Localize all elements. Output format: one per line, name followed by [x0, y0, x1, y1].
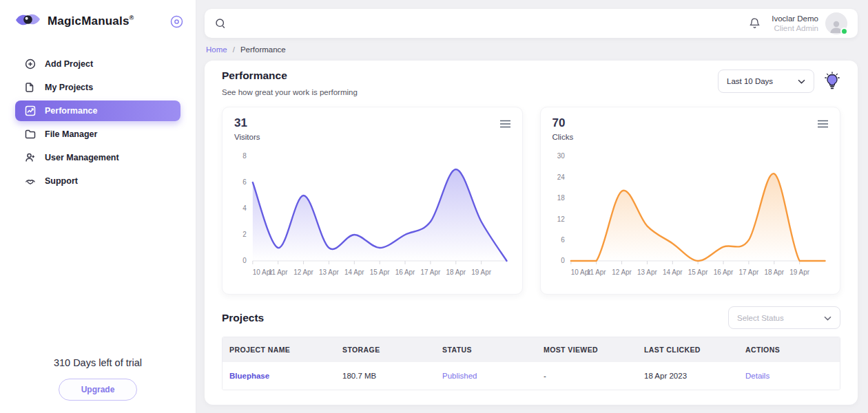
svg-text:15 Apr: 15 Apr [688, 268, 707, 276]
col-header-most-viewed: MOST VIEWED [537, 337, 637, 362]
visitors-chart-card: 31 Visitors 0246810 Apr11 Apr12 Apr13 Ap… [222, 107, 523, 295]
visitors-total: 31 [234, 116, 260, 130]
sidebar-item-file-manager[interactable]: File Manager [15, 124, 180, 145]
date-range-value: Last 10 Days [727, 77, 773, 85]
upgrade-button[interactable]: Upgrade [59, 379, 138, 401]
svg-text:30: 30 [557, 152, 564, 160]
col-header-project-name: PROJECT NAME [223, 337, 335, 362]
svg-text:18: 18 [557, 194, 564, 202]
breadcrumb-home-link[interactable]: Home [206, 45, 227, 54]
lightbulb-icon[interactable] [824, 72, 840, 91]
svg-text:12: 12 [557, 215, 564, 223]
plus-circle-icon [24, 59, 36, 70]
svg-text:14 Apr: 14 Apr [344, 268, 364, 276]
user-name: Ivoclar Demo [772, 14, 818, 23]
trial-countdown: 310 Days left of trial [0, 357, 196, 368]
clicks-chart: 061218243010 Apr11 Apr12 Apr13 Apr14 Apr… [552, 145, 829, 291]
topbar: Ivoclar Demo Client Admin [205, 9, 858, 38]
performance-card: Performance See how great your work is p… [205, 61, 858, 405]
trial-box: 310 Days left of trial Upgrade [0, 357, 196, 401]
chart-menu-icon[interactable] [818, 116, 828, 141]
chart-menu-icon[interactable] [500, 116, 510, 141]
svg-text:12 Apr: 12 Apr [293, 268, 313, 276]
svg-text:14 Apr: 14 Apr [662, 268, 682, 276]
svg-text:6: 6 [561, 236, 565, 244]
col-header-last-clicked: LAST CLICKED [637, 337, 738, 362]
user-plus-icon [24, 152, 36, 163]
main-content: Ivoclar Demo Client Admin Home / Perform… [196, 0, 868, 413]
clicks-total: 70 [552, 116, 574, 130]
svg-text:11 Apr: 11 Apr [269, 268, 289, 276]
svg-text:13 Apr: 13 Apr [319, 268, 339, 276]
sidebar-item-support[interactable]: Support [15, 171, 180, 191]
projects-table: PROJECT NAME STORAGE STATUS MOST VIEWED … [222, 337, 840, 390]
user-meta: Ivoclar Demo Client Admin [772, 14, 818, 34]
project-name-link[interactable]: Bluephase [223, 362, 335, 390]
search-icon[interactable] [215, 18, 227, 30]
chevron-down-icon [824, 314, 831, 322]
sidebar-nav: Add Project My Projects Performance File… [0, 54, 196, 191]
sidebar-collapse-icon[interactable] [170, 15, 183, 28]
svg-text:2: 2 [242, 231, 247, 238]
clicks-chart-card: 70 Clicks 061218243010 Apr11 Apr12 Apr13… [540, 107, 841, 295]
folder-icon [24, 129, 36, 139]
sidebar-item-label: File Manager [45, 129, 97, 139]
breadcrumb-separator: / [233, 45, 235, 54]
file-icon [24, 82, 36, 93]
user-role: Client Admin [772, 23, 818, 33]
sidebar-item-my-projects[interactable]: My Projects [15, 77, 180, 98]
avatar[interactable] [825, 12, 847, 34]
col-header-status: STATUS [435, 337, 537, 362]
svg-text:0: 0 [561, 257, 565, 264]
online-status-dot [840, 28, 848, 35]
sidebar-item-label: Add Project [45, 59, 93, 69]
status-filter-select[interactable]: Select Status [728, 306, 840, 329]
svg-text:18 Apr: 18 Apr [764, 268, 784, 276]
svg-text:18 Apr: 18 Apr [446, 268, 466, 276]
svg-text:16 Apr: 16 Apr [713, 268, 733, 276]
col-header-storage: STORAGE [335, 337, 435, 362]
svg-text:0: 0 [242, 257, 247, 264]
table-row: Bluephase 180.7 MB Published - 18 Apr 20… [223, 362, 840, 390]
visitors-chart: 0246810 Apr11 Apr12 Apr13 Apr14 Apr15 Ap… [234, 145, 510, 291]
svg-text:12 Apr: 12 Apr [612, 268, 632, 276]
svg-text:11 Apr: 11 Apr [586, 268, 606, 276]
sidebar-item-label: My Projects [45, 83, 93, 92]
project-status: Published [435, 362, 537, 390]
project-most-viewed: - [537, 362, 637, 390]
svg-text:15 Apr: 15 Apr [370, 268, 390, 276]
app-logo-icon [15, 12, 41, 31]
clicks-label: Clicks [552, 133, 574, 141]
sidebar-item-label: Support [45, 176, 78, 186]
svg-text:19 Apr: 19 Apr [471, 268, 491, 276]
svg-text:19 Apr: 19 Apr [789, 268, 809, 276]
chart-icon [24, 105, 36, 116]
table-header-row: PROJECT NAME STORAGE STATUS MOST VIEWED … [223, 337, 840, 362]
svg-text:24: 24 [557, 173, 564, 181]
sidebar-item-performance[interactable]: Performance [15, 100, 180, 121]
date-range-select[interactable]: Last 10 Days [718, 70, 814, 93]
sidebar: MagicManuals® Add Project My Projects P [0, 0, 196, 413]
sidebar-item-add-project[interactable]: Add Project [15, 54, 180, 74]
svg-text:6: 6 [242, 178, 247, 186]
svg-text:17 Apr: 17 Apr [421, 268, 441, 276]
col-header-actions: ACTIONS [738, 337, 840, 362]
svg-text:4: 4 [242, 204, 247, 212]
svg-text:13 Apr: 13 Apr [637, 268, 657, 276]
bell-icon[interactable] [749, 17, 761, 30]
sidebar-item-label: Performance [45, 106, 97, 116]
sidebar-item-label: User Management [45, 153, 119, 162]
sidebar-item-user-management[interactable]: User Management [15, 147, 180, 168]
project-last-clicked: 18 Apr 2023 [637, 362, 738, 390]
project-details-link[interactable]: Details [738, 362, 840, 390]
projects-title: Projects [222, 312, 264, 324]
page-title: Performance [222, 70, 358, 82]
status-filter-placeholder: Select Status [737, 314, 784, 322]
svg-text:8: 8 [242, 152, 247, 160]
project-storage: 180.7 MB [335, 362, 435, 390]
breadcrumb-current: Performance [240, 45, 286, 54]
svg-text:17 Apr: 17 Apr [738, 268, 758, 276]
logo-row: MagicManuals® [0, 0, 196, 31]
chevron-down-icon [798, 77, 805, 85]
page-subtitle: See how great your work is performing [222, 88, 358, 96]
